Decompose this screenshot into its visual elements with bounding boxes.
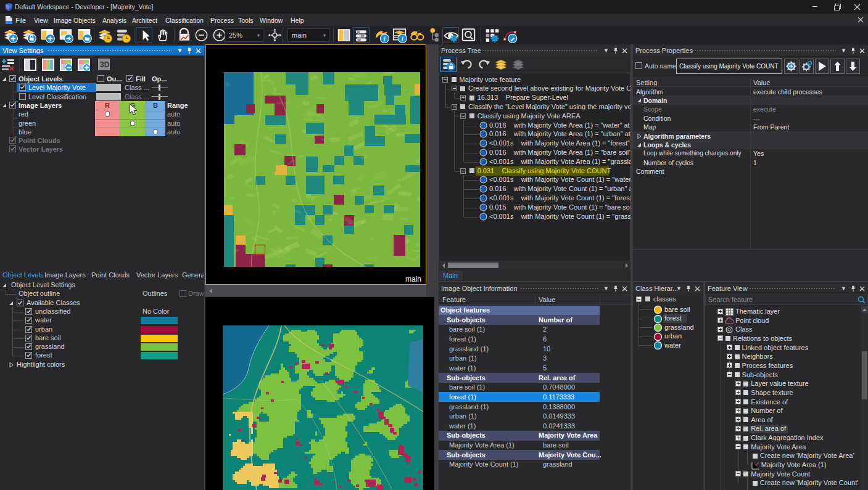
svg-text:i: i: [384, 35, 386, 42]
svg-text:i: i: [402, 35, 403, 42]
